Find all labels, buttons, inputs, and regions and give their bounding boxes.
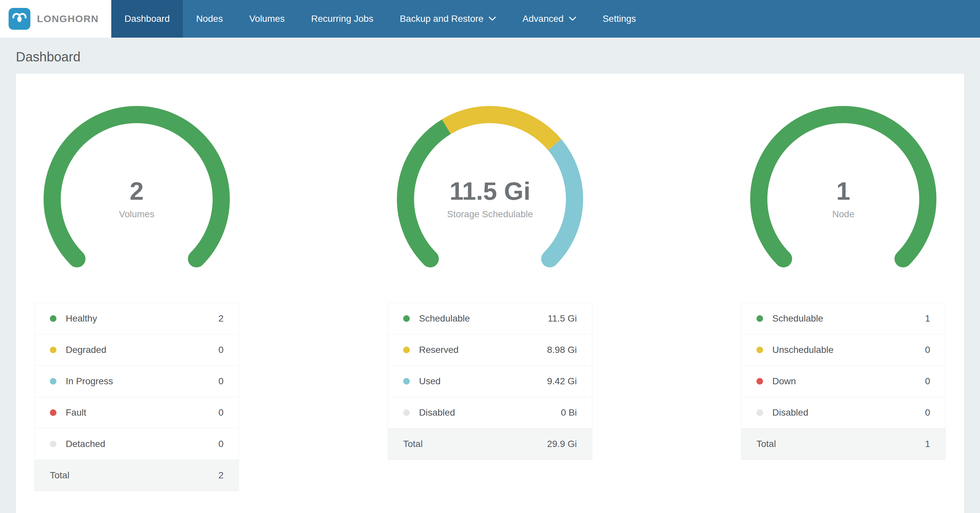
- legend-row-label: Down: [772, 376, 796, 387]
- legend-dot-icon: [50, 441, 56, 447]
- dashboard-card: 2 Volumes Healthy 2 Degraded 0 In Progre…: [16, 74, 964, 513]
- legend-row: Disabled 0: [741, 397, 945, 429]
- legend-row-value: 0: [925, 407, 930, 418]
- legend-dot-icon: [403, 378, 410, 384]
- legend-table: Healthy 2 Degraded 0 In Progress 0 Fault…: [34, 303, 239, 491]
- nav-item-dashboard[interactable]: Dashboard: [111, 0, 183, 38]
- top-navbar: LONGHORN Dashboard Nodes Volumes Recurri…: [0, 0, 980, 38]
- nav-item-label: Volumes: [249, 14, 285, 24]
- legend-total-row: Total 2: [35, 460, 239, 491]
- legend-row-value: 0 Bi: [561, 407, 577, 418]
- legend-table: Schedulable 1 Unschedulable 0 Down 0 Dis…: [741, 303, 946, 460]
- nav-item-label: Dashboard: [124, 14, 170, 24]
- legend-row-label: Detached: [66, 439, 105, 449]
- legend-row-label: Schedulable: [772, 313, 823, 324]
- nav-item-volumes[interactable]: Volumes: [236, 0, 298, 38]
- legend-total-row: Total 29.9 Gi: [388, 429, 592, 459]
- longhorn-logo-icon: [9, 8, 30, 30]
- nav-item-label: Settings: [603, 14, 636, 24]
- gauge-chart: [744, 100, 942, 298]
- longhorn-app: LONGHORN Dashboard Nodes Volumes Recurri…: [0, 0, 980, 513]
- legend-total-label: Total: [403, 439, 423, 449]
- legend-row-label: Reserved: [419, 345, 459, 355]
- legend-total-label: Total: [50, 470, 69, 481]
- legend-dot-icon: [756, 378, 763, 384]
- legend-row-label: Degraded: [66, 345, 106, 355]
- legend-dot-icon: [756, 409, 763, 416]
- legend-row-value: 0: [925, 376, 930, 387]
- gauge-panel-storage: 11.5 Gi Storage Schedulable Schedulable …: [388, 100, 592, 491]
- gauge-wrap: 11.5 Gi Storage Schedulable: [391, 100, 589, 298]
- nav-item-backup-and-restore[interactable]: Backup and Restore: [387, 0, 509, 38]
- legend-table: Schedulable 11.5 Gi Reserved 8.98 Gi Use…: [388, 303, 592, 460]
- legend-row: Degraded 0: [35, 334, 239, 366]
- legend-row: In Progress 0: [35, 366, 239, 397]
- chevron-down-icon: [569, 16, 576, 21]
- legend-total-row: Total 1: [741, 429, 945, 459]
- legend-row-label: Schedulable: [419, 313, 470, 324]
- main-nav: Dashboard Nodes Volumes Recurring Jobs B: [111, 0, 649, 38]
- gauge-chart: [391, 100, 589, 298]
- legend-row-label: Disabled: [419, 407, 455, 418]
- legend-rows: Schedulable 11.5 Gi Reserved 8.98 Gi Use…: [388, 303, 592, 429]
- legend-dot-icon: [756, 315, 763, 322]
- nav-item-recurring-jobs[interactable]: Recurring Jobs: [298, 0, 386, 38]
- legend-dot-icon: [403, 346, 410, 353]
- legend-total-value: 1: [925, 439, 930, 449]
- legend-rows: Schedulable 1 Unschedulable 0 Down 0 Dis…: [741, 303, 945, 429]
- nav-item-label: Backup and Restore: [400, 14, 484, 24]
- legend-row-value: 8.98 Gi: [547, 345, 577, 355]
- legend-row: Disabled 0 Bi: [388, 397, 592, 429]
- legend-row: Schedulable 11.5 Gi: [388, 303, 592, 334]
- legend-row-value: 1: [925, 313, 930, 324]
- legend-dot-icon: [50, 346, 56, 353]
- legend-row: Fault 0: [35, 397, 239, 429]
- nav-item-label: Advanced: [522, 14, 564, 24]
- brand[interactable]: LONGHORN: [0, 0, 111, 38]
- nav-item-label: Nodes: [196, 14, 223, 24]
- brand-name: LONGHORN: [37, 13, 99, 24]
- legend-row-value: 0: [218, 345, 224, 355]
- gauge-panel-volumes: 2 Volumes Healthy 2 Degraded 0 In Progre…: [34, 100, 239, 491]
- nav-item-label: Recurring Jobs: [311, 14, 373, 24]
- legend-row-value: 0: [218, 376, 224, 387]
- legend-row-value: 2: [218, 313, 224, 324]
- legend-row: Schedulable 1: [741, 303, 945, 334]
- legend-row: Detached 0: [35, 429, 239, 460]
- legend-row-label: In Progress: [66, 376, 113, 387]
- legend-total-value: 2: [218, 470, 224, 481]
- legend-dot-icon: [50, 378, 56, 384]
- legend-dot-icon: [756, 346, 763, 353]
- legend-total-value: 29.9 Gi: [547, 439, 577, 449]
- legend-row-label: Healthy: [66, 313, 97, 324]
- gauge-wrap: 1 Node: [744, 100, 942, 298]
- nav-item-advanced[interactable]: Advanced: [509, 0, 589, 38]
- legend-row-value: 0: [218, 407, 224, 418]
- legend-total-label: Total: [756, 439, 776, 449]
- gauge-chart: [38, 100, 236, 298]
- legend-row-label: Disabled: [772, 407, 808, 418]
- legend-row: Used 9.42 Gi: [388, 366, 592, 397]
- legend-row-label: Unschedulable: [772, 345, 834, 355]
- legend-row-value: 11.5 Gi: [548, 313, 577, 324]
- legend-row: Healthy 2: [35, 303, 239, 334]
- legend-dot-icon: [50, 315, 56, 322]
- page-title: Dashboard: [0, 38, 980, 74]
- legend-row-label: Fault: [66, 407, 86, 418]
- legend-rows: Healthy 2 Degraded 0 In Progress 0 Fault…: [35, 303, 239, 460]
- legend-dot-icon: [403, 409, 410, 416]
- legend-row: Down 0: [741, 366, 945, 397]
- legend-row-label: Used: [419, 376, 441, 387]
- legend-row-value: 9.42 Gi: [547, 376, 577, 387]
- legend-dot-icon: [403, 315, 410, 322]
- legend-dot-icon: [50, 409, 56, 416]
- gauge-wrap: 2 Volumes: [38, 100, 236, 298]
- legend-row-value: 0: [925, 345, 930, 355]
- legend-row: Unschedulable 0: [741, 334, 945, 366]
- nav-item-settings[interactable]: Settings: [589, 0, 649, 38]
- gauge-panel-node: 1 Node Schedulable 1 Unschedulable 0 Dow…: [741, 100, 946, 491]
- chevron-down-icon: [489, 16, 496, 21]
- nav-item-nodes[interactable]: Nodes: [183, 0, 236, 38]
- legend-row: Reserved 8.98 Gi: [388, 334, 592, 366]
- legend-row-value: 0: [218, 439, 224, 449]
